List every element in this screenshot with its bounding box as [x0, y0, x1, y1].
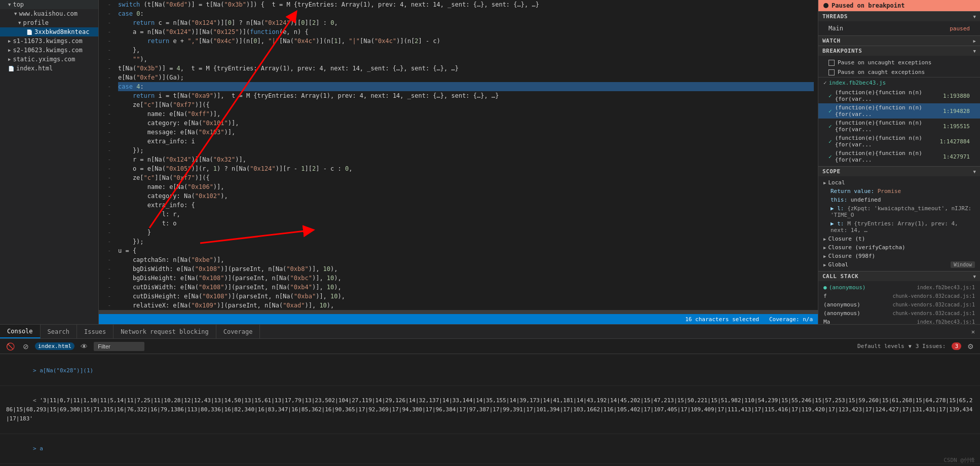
console-text-2: a [40, 445, 43, 452]
call-stack-section-header[interactable]: Call Stack ▼ [818, 271, 980, 281]
code-line-13: name: e[Na("0xff")], [118, 109, 814, 119]
file-tree-label-www: www.kuaishou.com [19, 10, 78, 17]
cs-item-1[interactable]: f chunk-vendors.032cacad.js:1 [818, 292, 980, 300]
cs-item-2[interactable]: (anonymous) chunk-vendors.032cacad.js:1 [818, 300, 980, 309]
scope-closure-t[interactable]: ▶ Closure (t) [818, 235, 980, 243]
cs-file-4: index.fb2bec43.js:1 [917, 319, 975, 324]
cs-fn-3: (anonymous) [823, 310, 860, 317]
level-dropdown-arrow[interactable]: ▼ [909, 343, 912, 349]
scope-local-group[interactable]: ▶ Local [818, 178, 980, 187]
file-breakpoint-icon: ✓ [823, 80, 827, 86]
file-tree-item-index[interactable]: 📄 index.html [0, 64, 98, 73]
breakpoints-arrow-icon: ▼ [973, 49, 976, 54]
file-tree-item-s2[interactable]: ▶ s2-10623.kwimgs.com [0, 46, 98, 55]
bp-entry-0[interactable]: ✓ (function(e){function n(n){for(var... … [818, 88, 980, 103]
issues-badge: 3 [952, 342, 961, 350]
file-tree-label-file1: 3xxbkwd8mknteac [34, 28, 89, 35]
scope-section-header[interactable]: Scope ▼ [818, 166, 980, 176]
file-tree-item-profile[interactable]: ▼ profile [0, 18, 98, 27]
bp-caught-label: Pause on caught exceptions [838, 69, 925, 75]
file-tree-item-top[interactable]: ▼ top [0, 0, 98, 9]
coverage-label: Coverage: n/a [769, 316, 813, 323]
tree-arrow-s1: ▶ [8, 38, 11, 44]
code-scroll[interactable]: ----- ----- ----- ----- ----- ----- ----… [99, 0, 818, 310]
bp-entry-4[interactable]: ✓ (function(e){function n(n){for(var... … [818, 149, 980, 164]
settings-button[interactable]: ⚙ [965, 341, 976, 352]
close-icon[interactable]: ✕ [971, 328, 975, 335]
file-tree-item-www[interactable]: ▼ www.kuaishou.com [0, 9, 98, 18]
cs-item-3[interactable]: (anonymous) chunk-vendors.032cacad.js:1 [818, 309, 980, 318]
file-icon-file1: 📄 [26, 29, 32, 35]
line-numbers: ----- ----- ----- ----- ----- ----- ----… [99, 0, 114, 310]
file-icon-index: 📄 [8, 66, 14, 71]
scope-global-group[interactable]: ▶ Global Window [818, 260, 980, 269]
cs-file-3: chunk-vendors.032cacad.js:1 [892, 310, 975, 316]
breakpoint-file-header: ✓ index.fb2bec43.js [818, 77, 980, 88]
call-stack-content: ●(anonymous) index.fb2bec43.js:1 f chunk… [818, 281, 980, 324]
scope-key-t: ▶ t: [831, 220, 847, 227]
breakpoints-label: Breakpoints [822, 48, 862, 54]
right-toolbar: Default levels ▼ 3 Issues: 3 ⚙ [857, 341, 976, 352]
file-tree-item-file1[interactable]: 📄 3xxbkwd8mknteac [0, 27, 98, 36]
closure-998f-arrow-icon: ▶ [823, 254, 826, 259]
code-line-6: }, [118, 46, 814, 55]
file-tree-item-s1[interactable]: ▶ s1-11673.kwimgs.com [0, 36, 98, 46]
cs-fn-2: (anonymous) [823, 301, 860, 308]
code-line-17: }); [118, 146, 814, 155]
scope-val-this: undefined [851, 197, 881, 203]
code-line-29: captchaSn: n[Na("0xbe")], [118, 255, 814, 264]
bp-text-4: (function(e){function n(n){for(var... [835, 150, 940, 163]
scope-local-label: Local [828, 179, 845, 186]
bp-text-1: (function(e){function n(n){for(var... [835, 104, 940, 118]
code-line-33: cutDisHeight: e[Na("0x108")](parseInt, n… [118, 292, 814, 301]
scope-closure-verify-label: Closure (verifyCaptcha) [828, 244, 905, 251]
main-area: ▼ top ▼ www.kuaishou.com ▼ profile 📄 3xx… [0, 0, 980, 324]
bp-pause-uncaught[interactable]: Pause on uncaught exceptions [818, 58, 980, 67]
code-scrollbar[interactable] [99, 310, 818, 314]
tab-close-btn[interactable]: ✕ [971, 328, 980, 335]
filter-input[interactable] [94, 342, 144, 351]
breakpoints-section-header[interactable]: Breakpoints ▼ [818, 46, 980, 56]
cs-item-4[interactable]: Ma index.fb2bec43.js:1 [818, 318, 980, 324]
bp-check-3: ✓ [828, 138, 832, 145]
bp-uncaught-checkbox[interactable] [828, 60, 835, 66]
bp-caught-checkbox[interactable] [828, 69, 835, 75]
watch-label: Watch [822, 37, 841, 44]
bp-text-3: (function(e){function n(n){for(var... [835, 135, 937, 148]
file-tree-item-static[interactable]: ▶ static.yximgs.com [0, 55, 98, 64]
code-line-4: a = n[Na("0x124")][Na("0x125")](function… [118, 27, 814, 36]
scope-closure-verify[interactable]: ▶ Closure (verifyCaptcha) [818, 243, 980, 252]
scope-closure-998f[interactable]: ▶ Closure (998f) [818, 252, 980, 260]
tab-console[interactable]: Console [0, 325, 41, 338]
tab-network-blocking[interactable]: Network request blocking [114, 325, 216, 338]
closure-t-arrow-icon: ▶ [823, 237, 826, 242]
bp-entry-3[interactable]: ✓ (function(e){function n(n){for(var... … [818, 134, 980, 149]
threads-section-header[interactable]: Threads ▼ [818, 11, 980, 21]
tree-arrow-top: ▼ [8, 2, 11, 7]
bp-entry-1[interactable]: ✓ (function(e){function n(n){for(var... … [818, 103, 980, 119]
bp-pause-caught[interactable]: Pause on caught exceptions [818, 67, 980, 77]
pause-console-button[interactable]: ⊘ [21, 341, 31, 352]
cs-item-0[interactable]: ●(anonymous) index.fb2bec43.js:1 [818, 283, 980, 292]
call-stack-arrow-icon: ▼ [973, 274, 976, 279]
watch-section-header[interactable]: Watch ▶ [818, 35, 980, 46]
file-tree-label-s1: s1-11673.kwimgs.com [13, 37, 82, 45]
tree-arrow-s2: ▶ [8, 48, 11, 53]
bp-entry-2[interactable]: ✓ (function(e){function n(n){for(var... … [818, 119, 980, 134]
clear-console-button[interactable]: 🚫 [4, 341, 17, 352]
thread-main[interactable]: Main paused [818, 23, 980, 33]
scope-val-t: M {tryEntries: Array(1), prev: 4, next: … [831, 220, 958, 234]
pause-dot-icon [823, 3, 828, 8]
thread-main-status: paused [950, 25, 970, 32]
code-status-bar: 16 characters selected Coverage: n/a [99, 314, 818, 324]
tab-issues[interactable]: Issues [77, 325, 114, 338]
code-line-20: ze["c"][Na("0xf7")]({ [118, 173, 814, 182]
threads-content: Main paused [818, 21, 980, 35]
tab-coverage[interactable]: Coverage [216, 325, 260, 338]
filter-badge[interactable]: index.html [35, 342, 74, 350]
code-line-21: name: e[Na("0x106")], [118, 182, 814, 191]
eye-button[interactable]: 👁 [79, 341, 90, 352]
code-line-23: extra_info: { [118, 201, 814, 210]
scope-l: ▶ l: {zKpqt: 'kwaicaptcha_timeout', nIJR… [818, 204, 980, 219]
tab-search[interactable]: Search [41, 325, 77, 338]
